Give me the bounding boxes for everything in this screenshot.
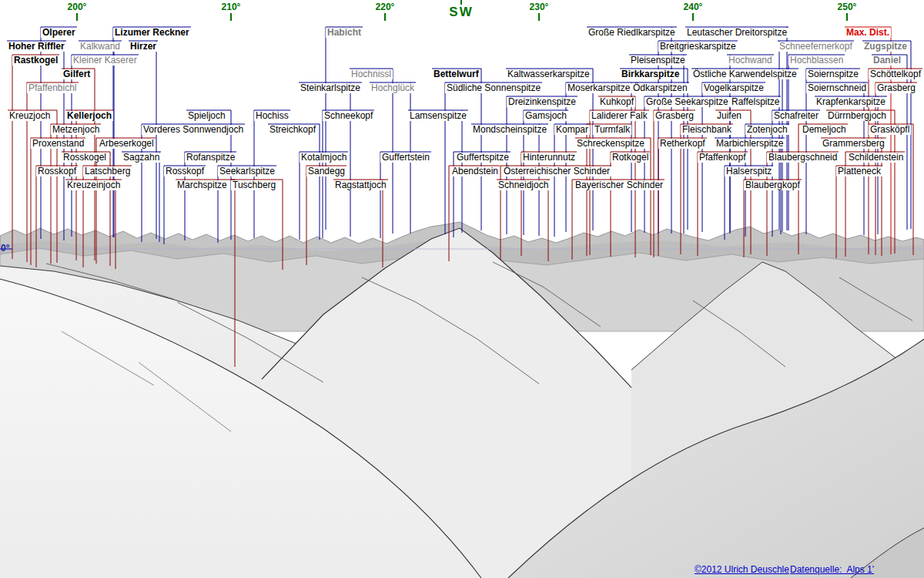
compass-tick bbox=[230, 13, 232, 21]
peak-label: Marbichlerspitze bbox=[715, 139, 785, 149]
peak-label: Fleischbank bbox=[681, 125, 733, 135]
peak-label: Leutascher Dreitorspitze bbox=[685, 28, 788, 38]
peak-label: Guffertspitze bbox=[455, 153, 511, 163]
right-mid-mountain bbox=[631, 262, 924, 578]
peak-label: Pfaffenbichl bbox=[27, 83, 79, 93]
far-ridge-shadow bbox=[0, 240, 924, 266]
compass-tick bbox=[846, 13, 848, 21]
peak-label: Vogelkarspitze bbox=[702, 83, 765, 93]
peak-label: Rastkogel bbox=[12, 55, 59, 66]
compass-tick bbox=[76, 13, 78, 21]
peak-label: Kotalmjoch bbox=[300, 153, 348, 163]
compass-tick bbox=[384, 13, 386, 21]
peak-label: Hinterunnutz bbox=[521, 153, 577, 163]
peak-label: Raffelspitze bbox=[730, 97, 781, 107]
peak-label: Proxenstand bbox=[31, 139, 85, 149]
peak-label: Kalkwand bbox=[79, 42, 122, 52]
compass-degree-label: 210° bbox=[222, 2, 241, 12]
peak-label: Breitgrieskarspitze bbox=[658, 42, 738, 52]
peak-label: Österreichischer Schinder bbox=[502, 166, 611, 176]
peak-label: Birkkarspitze bbox=[620, 69, 681, 79]
peak-label: Dürrnbergjoch bbox=[826, 111, 888, 121]
peak-label: Kleiner Kaserer bbox=[72, 55, 139, 66]
peak-label: Große Seekarspitze bbox=[644, 97, 730, 107]
peak-label: Zotenjoch bbox=[745, 125, 789, 135]
peak-label: Moserkarspitze bbox=[566, 83, 631, 93]
panorama-view: OlpererLizumer RecknerHabichtGroße Riedl… bbox=[0, 0, 924, 578]
peak-label: Sagzahn bbox=[122, 153, 161, 163]
far-ridge bbox=[0, 222, 924, 324]
foreground-left-slope bbox=[0, 279, 481, 578]
peak-label: Hochblassen bbox=[788, 55, 845, 66]
peak-label: Rofanspitze bbox=[185, 153, 236, 163]
peak-label: Hirzer bbox=[129, 42, 158, 52]
peak-label: Halserspitz bbox=[725, 166, 773, 176]
peak-label: Dreizinkenspitze bbox=[507, 97, 578, 107]
foreground-right-dome bbox=[508, 339, 924, 578]
peak-label: Hoher Riffler bbox=[7, 42, 66, 52]
peak-label: Olperer bbox=[41, 28, 77, 38]
peak-label: Schöttelkopf bbox=[869, 69, 922, 79]
peak-label: Südliche Sonnenspitze bbox=[445, 83, 542, 93]
peak-label: Hochiss bbox=[254, 111, 290, 121]
peak-label: Schneefernerkopf bbox=[778, 42, 854, 52]
peak-label: Ragstattjoch bbox=[333, 180, 388, 190]
peak-label: Turmfalk bbox=[593, 125, 631, 135]
peak-label: Kaltwasserkarspitze bbox=[506, 69, 591, 79]
peak-label: Rosskogel bbox=[62, 153, 108, 163]
peak-label: Schneekopf bbox=[323, 111, 374, 121]
peak-label: Gamsjoch bbox=[524, 111, 568, 121]
peak-label: Laliderer Falk bbox=[590, 111, 649, 121]
peak-label: Östliche Karwendelspitze bbox=[691, 69, 798, 79]
peak-label: Große Riedlkarspitze bbox=[587, 28, 677, 38]
left-mid-slope bbox=[0, 266, 416, 578]
peak-label: Rosskopf bbox=[36, 166, 78, 176]
credit-link[interactable]: Datenquelle: Alps 1' bbox=[790, 564, 874, 575]
peak-label: Vorderes Sonnwendjoch bbox=[142, 125, 245, 135]
peak-label: Schneidjoch bbox=[497, 180, 550, 190]
peak-label: Hochglück bbox=[370, 83, 416, 93]
peak-label: Streichkopf bbox=[268, 125, 317, 135]
peak-label: Hochnissl bbox=[350, 69, 393, 79]
peak-label: Soiernschneid bbox=[806, 83, 868, 93]
peak-label: Latschberg bbox=[83, 166, 132, 176]
peak-label: Platteneck bbox=[836, 166, 882, 176]
peak-label: Kompar bbox=[554, 125, 590, 135]
peak-label: Kellerjoch bbox=[65, 111, 113, 121]
peak-label: Demeljoch bbox=[801, 125, 848, 135]
peak-label: Grasberg bbox=[654, 111, 695, 121]
peak-label: Retherkopf bbox=[658, 139, 707, 149]
peak-label: Metzenjoch bbox=[51, 125, 101, 135]
peak-label: Marchspitze bbox=[176, 180, 229, 190]
second-ridge bbox=[0, 248, 924, 331]
peak-label: Daniel bbox=[872, 55, 902, 66]
compass-degree-label: 220° bbox=[376, 2, 395, 12]
peak-label: Schafreiter bbox=[772, 111, 820, 121]
peak-label: Gilfert bbox=[62, 69, 92, 79]
peak-label: Habicht bbox=[326, 28, 363, 38]
compass-degree-label: 230° bbox=[530, 2, 549, 12]
peak-label: Bettelwurf bbox=[432, 69, 480, 79]
peak-label: Kreuzeinjoch bbox=[65, 180, 122, 190]
peak-label: Lamsenspitze bbox=[408, 111, 468, 121]
compass-degree-label: 200° bbox=[68, 2, 87, 12]
compass-sw-label: SW bbox=[449, 5, 473, 20]
peak-label: Spieljoch bbox=[186, 111, 227, 121]
peak-label: Hochwand bbox=[727, 55, 774, 66]
zero-elevation-label: 0° bbox=[1, 243, 9, 254]
peak-label: Kreuzjoch bbox=[8, 111, 52, 121]
peak-label: Blaubergkopf bbox=[744, 180, 802, 190]
peak-label: Schildenstein bbox=[847, 153, 905, 163]
peak-label: Soiernspitze bbox=[806, 69, 860, 79]
peak-label: Kuhkopf bbox=[598, 97, 635, 107]
peak-label: Ödkarspitzen bbox=[631, 83, 689, 93]
central-mountain bbox=[262, 228, 697, 578]
credit-link[interactable]: ©2012 Ulrich Deuschle bbox=[695, 564, 789, 575]
peak-label: Blaubergschneid bbox=[767, 153, 839, 163]
compass-degree-label: 240° bbox=[684, 2, 703, 12]
compass-tick bbox=[692, 13, 694, 21]
peak-label: Mondscheinspitze bbox=[471, 125, 548, 135]
peak-label: Arbeserkogel bbox=[98, 139, 156, 149]
peak-label: Guffertstein bbox=[380, 153, 431, 163]
peak-label: Grammersberg bbox=[821, 139, 886, 149]
